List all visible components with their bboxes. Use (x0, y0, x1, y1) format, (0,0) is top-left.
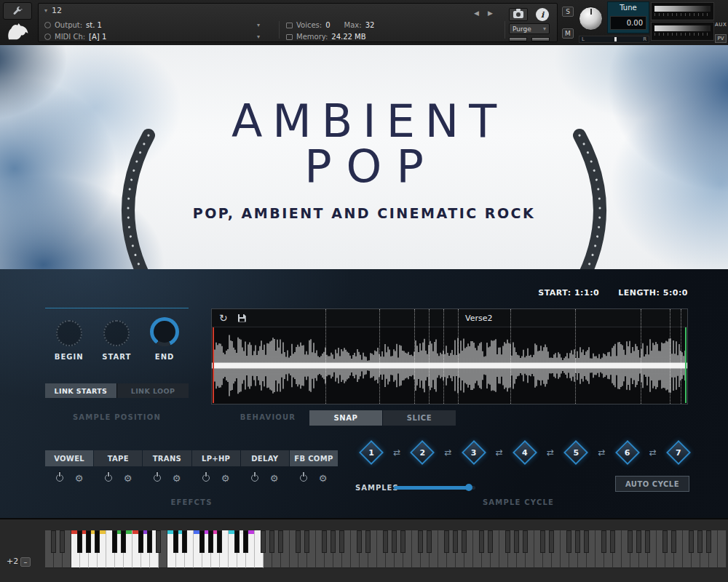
knob-end[interactable]: END (150, 317, 179, 361)
sample-slot-6[interactable]: 6 (616, 441, 639, 464)
slice-marker[interactable] (575, 309, 576, 404)
black-key[interactable] (444, 530, 449, 553)
sample-slot-1[interactable]: 1 (360, 441, 383, 464)
slice-marker[interactable] (458, 309, 459, 404)
black-key[interactable] (523, 530, 528, 553)
tune-value[interactable]: 0.00 (610, 16, 646, 30)
black-key[interactable] (671, 530, 676, 553)
snapshot-camera-button[interactable] (509, 8, 528, 21)
sample-slot-5[interactable]: 5 (564, 441, 587, 464)
octave-minus-button[interactable]: – (20, 557, 31, 567)
black-key[interactable] (697, 530, 703, 553)
black-key[interactable] (575, 530, 580, 553)
samples-slider-handle[interactable] (465, 484, 472, 491)
black-key[interactable] (662, 530, 668, 553)
sample-end-marker[interactable] (685, 327, 687, 403)
black-key[interactable] (427, 530, 432, 553)
output-value[interactable]: st. 1 (86, 21, 102, 29)
gear-icon[interactable]: ⚙ (75, 474, 84, 483)
gear-icon[interactable]: ⚙ (173, 474, 181, 483)
midi-value[interactable]: [A] 1 (89, 33, 106, 41)
black-key[interactable] (173, 530, 178, 553)
black-key[interactable] (243, 530, 248, 553)
black-key[interactable] (636, 530, 641, 553)
effect-button-fb-comp[interactable]: FB COMP (290, 450, 338, 466)
black-key[interactable] (199, 530, 205, 553)
pan-slider[interactable]: L R (579, 36, 649, 43)
black-key[interactable] (453, 530, 458, 553)
slice-button[interactable]: SLICE (383, 410, 456, 426)
black-key[interactable] (505, 530, 510, 553)
slice-marker[interactable] (510, 309, 511, 404)
slice-marker[interactable] (670, 309, 670, 404)
black-key[interactable] (584, 530, 589, 553)
black-key[interactable] (488, 530, 493, 553)
black-key[interactable] (156, 530, 161, 553)
sample-slot-2[interactable]: 2 (411, 441, 434, 464)
solo-button[interactable]: S (562, 7, 574, 17)
black-key[interactable] (322, 530, 327, 553)
black-key[interactable] (418, 530, 423, 553)
knob-begin[interactable]: BEGIN (55, 320, 84, 361)
save-icon[interactable] (238, 314, 246, 322)
sample-slot-4[interactable]: 4 (513, 441, 537, 464)
black-key[interactable] (479, 530, 484, 553)
samples-slider[interactable] (394, 486, 475, 490)
black-key[interactable] (182, 530, 187, 553)
black-key[interactable] (540, 530, 545, 553)
knob-start[interactable]: START (102, 320, 131, 361)
slice-marker[interactable] (325, 309, 326, 404)
black-key[interactable] (77, 530, 82, 553)
slice-marker[interactable] (414, 309, 415, 404)
slice-marker[interactable] (641, 309, 641, 404)
black-key[interactable] (645, 530, 650, 553)
gear-icon[interactable]: ⚙ (270, 474, 279, 483)
sample-slot-3[interactable]: 3 (462, 441, 486, 464)
next-instrument-icon[interactable]: ▶ (488, 9, 493, 17)
black-key[interactable] (392, 530, 397, 553)
power-icon[interactable] (154, 474, 161, 482)
tool-tab[interactable] (3, 2, 32, 20)
effect-button-trans[interactable]: TRANS (143, 450, 191, 466)
auto-cycle-button[interactable]: AUTO CYCLE (615, 476, 689, 492)
snap-button[interactable]: SNAP (309, 410, 382, 426)
info-button[interactable]: i (536, 8, 549, 21)
right-arc-slider[interactable] (566, 128, 625, 292)
effect-button-lp-hp[interactable]: LP+HP (192, 450, 240, 466)
link-starts-button[interactable]: LINK STARTS (45, 383, 116, 398)
sample-slot-7[interactable]: 7 (667, 441, 690, 464)
black-key[interactable] (296, 530, 301, 553)
black-key[interactable] (138, 530, 143, 553)
slice-marker[interactable] (443, 309, 444, 404)
pan-handle[interactable] (614, 37, 617, 41)
slice-marker[interactable] (429, 309, 430, 404)
black-key[interactable] (304, 530, 309, 553)
black-key[interactable] (514, 530, 519, 553)
black-key[interactable] (566, 530, 571, 553)
max-value[interactable]: 32 (365, 21, 375, 29)
black-key[interactable] (610, 530, 615, 553)
black-key[interactable] (269, 530, 274, 553)
collapse-arrow-icon[interactable]: ▾ (44, 7, 47, 14)
black-key[interactable] (549, 530, 554, 553)
black-key[interactable] (365, 530, 371, 553)
power-icon[interactable] (105, 474, 112, 482)
black-key[interactable] (60, 530, 65, 553)
white-key[interactable] (718, 530, 727, 568)
slice-marker[interactable] (681, 309, 681, 404)
black-key[interactable] (278, 530, 283, 553)
black-key[interactable] (339, 530, 344, 553)
volume-knob[interactable] (579, 7, 603, 31)
black-key[interactable] (357, 530, 362, 553)
power-icon[interactable] (300, 474, 307, 482)
black-key[interactable] (689, 530, 694, 553)
black-key[interactable] (234, 530, 240, 553)
black-key[interactable] (208, 530, 213, 553)
black-key[interactable] (383, 530, 388, 553)
black-key[interactable] (51, 530, 56, 553)
black-key[interactable] (400, 530, 405, 553)
prev-instrument-icon[interactable]: ◀ (474, 9, 479, 17)
knob-dial[interactable] (150, 317, 179, 346)
gear-icon[interactable]: ⚙ (221, 474, 230, 483)
black-key[interactable] (331, 530, 336, 553)
